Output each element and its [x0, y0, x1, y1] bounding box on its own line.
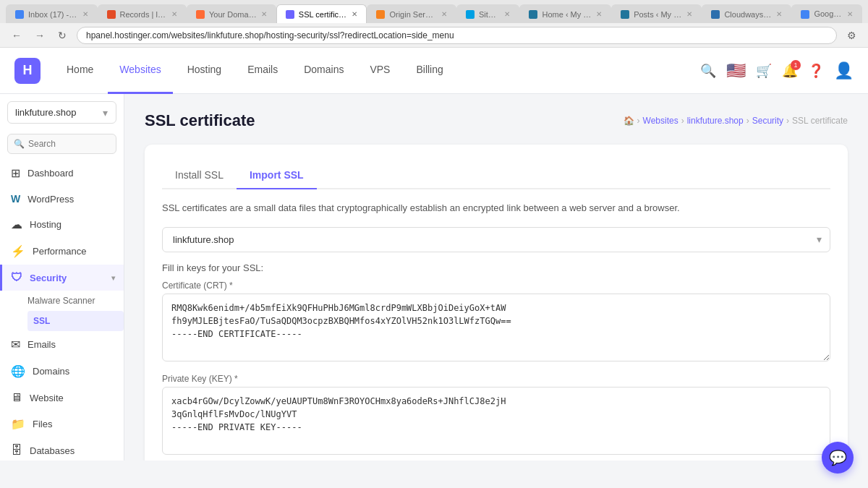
- breadcrumb-sep4: ›: [786, 116, 789, 126]
- breadcrumb-security[interactable]: Security: [752, 116, 783, 126]
- nav-right: 🔍 🇺🇸 🛒 🔔 1 ❓ 👤: [700, 61, 854, 80]
- emails-icon: ✉: [11, 338, 20, 351]
- key-textarea[interactable]: xacb4rGOw/DcylZowwK/yeUAUPTUm8WnF3ROYOCH…: [162, 387, 830, 455]
- cert-label: Certificate (CRT) *: [162, 281, 830, 291]
- address-input[interactable]: hpanel.hostinger.com/websites/linkfuture…: [77, 27, 837, 44]
- sidebar-label-domains: Domains: [33, 366, 69, 377]
- tab-google[interactable]: Google 翻译 ✕: [791, 4, 862, 23]
- dashboard-icon: ⊞: [11, 166, 20, 180]
- chat-icon: 💬: [829, 449, 847, 461]
- breadcrumb-sep3: ›: [746, 116, 749, 126]
- sidebar-item-databases[interactable]: 🗄 Databases: [0, 437, 124, 461]
- tab-cloudways[interactable]: Cloudways | Next... ✕: [702, 4, 791, 23]
- tab-install-ssl[interactable]: Install SSL: [162, 162, 237, 189]
- sidebar-search-wrap: 🔍: [0, 129, 124, 160]
- tab-records[interactable]: Records | linkfutu... ✕: [98, 4, 187, 23]
- refresh-button[interactable]: ↻: [55, 28, 69, 43]
- domain-selector-wrap: linkfuture.shop ▾: [0, 94, 124, 129]
- tab-wordpress1[interactable]: Home ‹ My WordP... ✕: [519, 4, 611, 23]
- ssl-domain-select[interactable]: linkfuture.shop: [162, 227, 830, 252]
- url-text: hpanel.hostinger.com/websites/linkfuture…: [86, 30, 454, 40]
- sidebar-item-dashboard[interactable]: ⊞ Dashboard: [0, 160, 124, 187]
- sidebar-nav: ⊞ Dashboard W WordPress ☁ Hosting ⚡ Perf…: [0, 160, 124, 461]
- key-label: Private Key (KEY) *: [162, 374, 830, 384]
- ssl-label: SSL: [33, 316, 50, 326]
- domain-form-group: linkfuture.shop ▾: [162, 227, 830, 252]
- tab-posts[interactable]: Posts ‹ My WordP... ✕: [611, 4, 702, 23]
- sidebar-item-domains[interactable]: 🌐 Domains: [0, 358, 124, 385]
- security-icon: 🛡: [11, 271, 22, 284]
- sidebar-sub-ssl[interactable]: SSL: [27, 311, 124, 331]
- fill-keys-label: Fill in keys for your SSL:: [162, 262, 830, 273]
- domain-selector[interactable]: linkfuture.shop: [7, 101, 116, 124]
- nav-domains[interactable]: Domains: [292, 48, 355, 94]
- sidebar-label-hosting: Hosting: [30, 219, 61, 230]
- sidebar-item-emails[interactable]: ✉ Emails: [0, 331, 124, 358]
- malware-scanner-label: Malware Scanner: [27, 296, 95, 306]
- sidebar-search-icon: 🔍: [14, 139, 25, 149]
- sidebar: linkfuture.shop ▾ 🔍 ⊞ Dashboard W WordPr…: [0, 94, 124, 461]
- nav-home[interactable]: Home: [55, 48, 105, 94]
- search-icon[interactable]: 🔍: [700, 63, 716, 79]
- nav-billing[interactable]: Billing: [404, 48, 454, 94]
- breadcrumb-websites[interactable]: Websites: [643, 116, 678, 126]
- sidebar-label-files: Files: [33, 419, 52, 429]
- page-header: SSL certificate 🏠 › Websites › linkfutur…: [145, 111, 848, 130]
- sidebar-item-files[interactable]: 📁 Files: [0, 411, 124, 437]
- performance-icon: ⚡: [11, 244, 25, 258]
- sidebar-label-performance: Performance: [33, 246, 86, 257]
- nav-emails[interactable]: Emails: [236, 48, 289, 94]
- page-title: SSL certificate: [145, 111, 255, 130]
- nav-vps[interactable]: VPS: [358, 48, 401, 94]
- sidebar-label-emails: Emails: [27, 339, 56, 350]
- back-button[interactable]: ←: [9, 28, 25, 43]
- store-icon[interactable]: 🛒: [756, 63, 772, 79]
- nav-websites[interactable]: Websites: [108, 48, 172, 94]
- ssl-tabs: Install SSL Import SSL: [162, 162, 830, 189]
- tab-import-ssl[interactable]: Import SSL: [237, 162, 317, 189]
- files-icon: 📁: [11, 417, 25, 431]
- domains-icon: 🌐: [11, 364, 25, 378]
- tab-ssl[interactable]: SSL certificate | H... ✕: [276, 4, 367, 23]
- sidebar-item-security[interactable]: 🛡 Security ▾: [0, 265, 124, 291]
- databases-icon: 🗄: [11, 444, 22, 457]
- forward-button[interactable]: →: [32, 28, 48, 43]
- sidebar-label-website: Website: [30, 393, 64, 403]
- user-icon[interactable]: 👤: [834, 61, 854, 80]
- tab-domains[interactable]: Your Domains list... ✕: [187, 4, 276, 23]
- breadcrumb-home-icon: 🏠: [624, 116, 634, 126]
- tab-sitetools[interactable]: Site Tools ✕: [456, 4, 520, 23]
- security-chevron-icon: ▾: [111, 274, 115, 282]
- language-icon[interactable]: 🇺🇸: [726, 61, 746, 80]
- sidebar-item-performance[interactable]: ⚡ Performance: [0, 238, 124, 265]
- breadcrumb-current: SSL certificate: [792, 116, 848, 126]
- extensions-button[interactable]: ⚙: [844, 28, 859, 43]
- sidebar-label-security: Security: [30, 273, 67, 283]
- notification-icon[interactable]: 🔔 1: [782, 63, 798, 79]
- main-content: SSL certificate 🏠 › Websites › linkfutur…: [124, 94, 868, 461]
- sidebar-item-website[interactable]: 🖥 Website: [0, 385, 124, 411]
- main-layout: linkfuture.shop ▾ 🔍 ⊞ Dashboard W WordPr…: [0, 94, 868, 461]
- ssl-card: Install SSL Import SSL SSL certificates …: [145, 145, 848, 461]
- address-bar: ← → ↻ hpanel.hostinger.com/websites/link…: [0, 23, 868, 48]
- breadcrumb: 🏠 › Websites › linkfuture.shop › Securit…: [624, 116, 848, 126]
- sidebar-sub-malware[interactable]: Malware Scanner: [27, 291, 124, 311]
- notification-badge: 1: [791, 60, 801, 70]
- website-icon: 🖥: [11, 391, 22, 404]
- browser-tabs: Inbox (17) - micha... ✕ Records | linkfu…: [0, 0, 868, 23]
- tab-inbox[interactable]: Inbox (17) - micha... ✕: [6, 4, 98, 23]
- breadcrumb-sep2: ›: [681, 116, 684, 126]
- cert-textarea[interactable]: RMQ8Kwk6enidm+/4b5mfEiXk9QFHuPHbJ6MGml8c…: [162, 294, 830, 361]
- key-form-group: Private Key (KEY) * xacb4rGOw/DcylZowwK/…: [162, 374, 830, 457]
- nav-hosting[interactable]: Hosting: [176, 48, 233, 94]
- sidebar-label-dashboard: Dashboard: [27, 168, 74, 179]
- tab-origin[interactable]: Origin Server | lin... ✕: [367, 4, 456, 23]
- sidebar-label-databases: Databases: [30, 445, 75, 456]
- breadcrumb-domain[interactable]: linkfuture.shop: [687, 116, 744, 126]
- sidebar-label-wordpress: WordPress: [27, 194, 74, 205]
- sidebar-item-hosting[interactable]: ☁ Hosting: [0, 211, 124, 238]
- logo[interactable]: H: [14, 58, 41, 84]
- nav-items: Home Websites Hosting Emails Domains VPS…: [55, 48, 700, 94]
- sidebar-item-wordpress[interactable]: W WordPress: [0, 187, 124, 211]
- help-icon[interactable]: ❓: [808, 63, 824, 79]
